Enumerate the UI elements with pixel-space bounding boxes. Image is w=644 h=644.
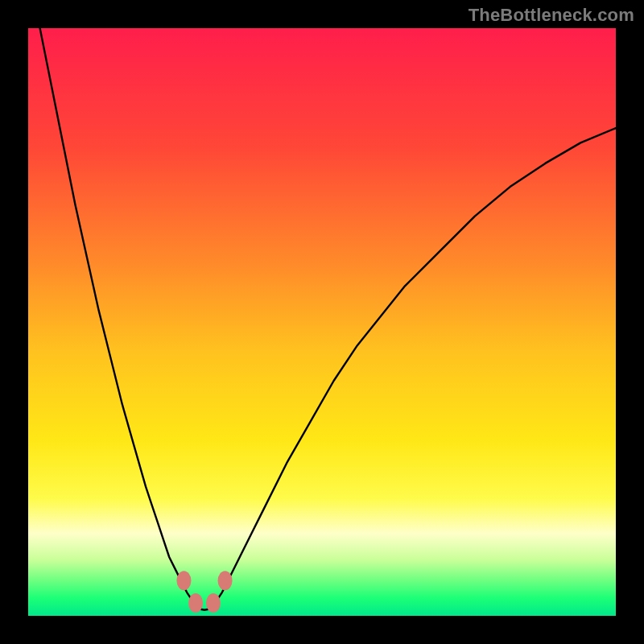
curves-group xyxy=(40,28,616,610)
valley-marker-2 xyxy=(188,593,203,613)
watermark-text: TheBottleneck.com xyxy=(469,5,634,26)
valley-marker-0 xyxy=(176,571,191,590)
markers-group xyxy=(176,571,232,613)
valley-marker-1 xyxy=(218,571,233,590)
series-right-branch xyxy=(217,128,616,601)
series-left-branch xyxy=(40,28,193,601)
plot-area xyxy=(28,28,616,616)
chart-frame: TheBottleneck.com xyxy=(0,0,644,644)
valley-marker-3 xyxy=(206,593,221,613)
curve-layer xyxy=(28,28,616,616)
